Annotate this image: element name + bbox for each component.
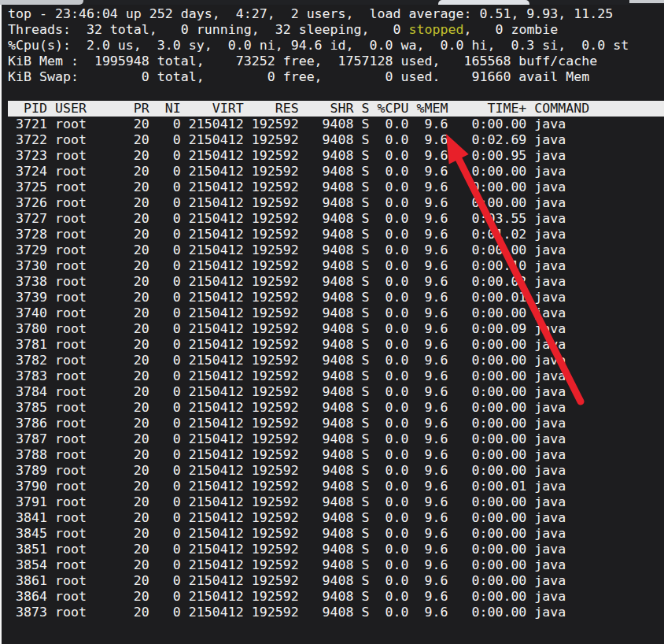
browser-tab-strip xyxy=(0,0,664,5)
process-rows: 3721 root 20 0 2150412 192592 9408 S 0.0… xyxy=(8,117,662,620)
process-row: 3722 root 20 0 2150412 192592 9408 S 0.0… xyxy=(8,132,662,148)
process-row: 3787 root 20 0 2150412 192592 9408 S 0.0… xyxy=(8,431,662,447)
process-row: 3786 root 20 0 2150412 192592 9408 S 0.0… xyxy=(8,416,662,431)
process-row: 3727 root 20 0 2150412 192592 9408 S 0.0… xyxy=(8,211,662,227)
process-row: 3854 root 20 0 2150412 192592 9408 S 0.0… xyxy=(8,557,662,573)
terminal-screen[interactable]: top - 23:46:04 up 252 days, 4:27, 2 user… xyxy=(0,5,662,644)
process-row: 3785 root 20 0 2150412 192592 9408 S 0.0… xyxy=(8,400,662,416)
process-row: 3784 root 20 0 2150412 192592 9408 S 0.0… xyxy=(8,384,662,400)
process-row: 3781 root 20 0 2150412 192592 9408 S 0.0… xyxy=(8,337,662,353)
process-row: 3724 root 20 0 2150412 192592 9408 S 0.0… xyxy=(8,164,662,180)
process-row: 3791 root 20 0 2150412 192592 9408 S 0.0… xyxy=(8,494,662,510)
summary-line: KiB Swap: 0 total, 0 free, 0 used. 91660… xyxy=(8,69,662,85)
process-row: 3788 root 20 0 2150412 192592 9408 S 0.0… xyxy=(8,447,662,463)
browser-tab-fragment[interactable] xyxy=(629,0,664,3)
process-row: 3723 root 20 0 2150412 192592 9408 S 0.0… xyxy=(8,148,662,164)
process-row: 3738 root 20 0 2150412 192592 9408 S 0.0… xyxy=(8,274,662,290)
process-row: 3728 root 20 0 2150412 192592 9408 S 0.0… xyxy=(8,227,662,242)
process-row: 3845 root 20 0 2150412 192592 9408 S 0.0… xyxy=(8,526,662,542)
process-row: 3841 root 20 0 2150412 192592 9408 S 0.0… xyxy=(8,510,662,526)
process-row: 3729 root 20 0 2150412 192592 9408 S 0.0… xyxy=(8,242,662,258)
process-row: 3873 root 20 0 2150412 192592 9408 S 0.0… xyxy=(8,605,662,620)
process-row: 3861 root 20 0 2150412 192592 9408 S 0.0… xyxy=(8,573,662,589)
process-row: 3783 root 20 0 2150412 192592 9408 S 0.0… xyxy=(8,368,662,384)
process-row: 3789 root 20 0 2150412 192592 9408 S 0.0… xyxy=(8,463,662,479)
stopped-highlight: stopped xyxy=(409,22,464,37)
summary-line: %Cpu(s): 2.0 us, 3.0 sy, 0.0 ni, 94.6 id… xyxy=(8,38,662,54)
process-row: 3725 root 20 0 2150412 192592 9408 S 0.0… xyxy=(8,180,662,195)
summary-line: top - 23:46:04 up 252 days, 4:27, 2 user… xyxy=(8,6,662,22)
summary-line: KiB Mem : 1995948 total, 73252 free, 175… xyxy=(8,54,662,69)
table-header-row: PID USER PR NI VIRT RES SHR S %CPU %MEM … xyxy=(8,101,664,117)
process-row: 3790 root 20 0 2150412 192592 9408 S 0.0… xyxy=(8,479,662,494)
blank-line xyxy=(8,85,662,101)
summary-line: Threads: 32 total, 0 running, 32 sleepin… xyxy=(8,22,662,38)
process-row: 3721 root 20 0 2150412 192592 9408 S 0.0… xyxy=(8,117,662,132)
browser-tab-fragment[interactable] xyxy=(438,0,529,5)
process-row: 3782 root 20 0 2150412 192592 9408 S 0.0… xyxy=(8,353,662,368)
process-row: 3780 root 20 0 2150412 192592 9408 S 0.0… xyxy=(8,321,662,337)
process-row: 3864 root 20 0 2150412 192592 9408 S 0.0… xyxy=(8,589,662,605)
process-row: 3851 root 20 0 2150412 192592 9408 S 0.0… xyxy=(8,542,662,557)
browser-tab-fragment[interactable] xyxy=(0,0,83,5)
top-summary-block: top - 23:46:04 up 252 days, 4:27, 2 user… xyxy=(8,6,662,85)
process-row: 3730 root 20 0 2150412 192592 9408 S 0.0… xyxy=(8,258,662,274)
process-row: 3740 root 20 0 2150412 192592 9408 S 0.0… xyxy=(8,305,662,321)
process-row: 3726 root 20 0 2150412 192592 9408 S 0.0… xyxy=(8,195,662,211)
process-row: 3739 root 20 0 2150412 192592 9408 S 0.0… xyxy=(8,290,662,305)
